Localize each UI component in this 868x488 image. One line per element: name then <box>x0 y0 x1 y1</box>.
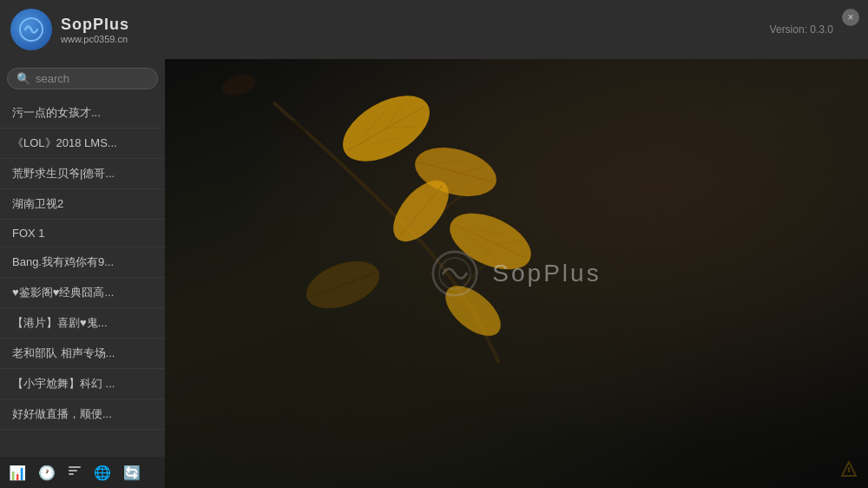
list-item[interactable]: 【港片】喜剧♥鬼... <box>0 308 165 339</box>
list-item[interactable]: 好好做直播，顺便... <box>0 399 165 430</box>
search-input[interactable] <box>36 72 148 85</box>
watermark <box>840 460 858 481</box>
close-button[interactable]: × <box>842 9 859 26</box>
app-subtitle: www.pc0359.cn <box>61 34 129 44</box>
clock-icon[interactable]: 🕐 <box>38 465 56 481</box>
search-box[interactable]: 🔍 <box>7 68 158 89</box>
list-item[interactable]: 【小宇尬舞】科幻 ... <box>0 369 165 399</box>
list-item[interactable]: 《LOL》2018 LMS... <box>0 129 165 159</box>
list-item[interactable]: ♥鉴影阁♥经典囧高... <box>0 278 165 308</box>
svg-rect-3 <box>69 473 74 475</box>
svg-point-26 <box>274 117 308 140</box>
svg-rect-1 <box>69 466 81 468</box>
sort-icon[interactable] <box>68 464 82 481</box>
list-item[interactable]: 污一点的女孩才... <box>0 98 165 129</box>
app-logo-icon <box>10 9 52 50</box>
list-item[interactable]: 荒野求生贝爷|德哥... <box>0 159 165 189</box>
search-icon: 🔍 <box>16 72 30 85</box>
sidebar: 🔍 污一点的女孩才...《LOL》2018 LMS...荒野求生贝爷|德哥...… <box>0 59 165 488</box>
list-item[interactable]: FOX 1 <box>0 220 165 247</box>
refresh-icon[interactable]: 🔄 <box>123 465 141 481</box>
main-layout: 🔍 污一点的女孩才...《LOL》2018 LMS...荒野求生贝爷|德哥...… <box>0 59 868 488</box>
bar-chart-icon[interactable]: 📊 <box>9 465 26 481</box>
logo-text-area: SopPlus www.pc0359.cn <box>61 16 129 44</box>
channel-list: 污一点的女孩才...《LOL》2018 LMS...荒野求生贝爷|德哥...湖南… <box>0 95 165 457</box>
globe-icon[interactable]: 🌐 <box>94 465 111 481</box>
video-area: SopPlus <box>165 59 868 488</box>
svg-point-25 <box>220 71 258 99</box>
app-title: SopPlus <box>61 16 129 34</box>
list-item[interactable]: 湖南卫视2 <box>0 189 165 220</box>
bottom-toolbar: 📊 🕐 🌐 🔄 <box>0 457 165 488</box>
titlebar: SopPlus www.pc0359.cn Version: 0.3.0 × <box>0 0 868 59</box>
logo-area: SopPlus www.pc0359.cn <box>10 9 129 50</box>
list-item[interactable]: Bang.我有鸡你有9... <box>0 247 165 278</box>
sopplus-logo: SopPlus <box>431 250 601 297</box>
sopplus-logo-text: SopPlus <box>492 260 601 287</box>
list-item[interactable]: 老和部队 相声专场... <box>0 339 165 369</box>
svg-rect-2 <box>69 470 77 472</box>
sopplus-logo-svg <box>431 250 478 297</box>
version-label: Version: 0.3.0 <box>770 23 833 36</box>
